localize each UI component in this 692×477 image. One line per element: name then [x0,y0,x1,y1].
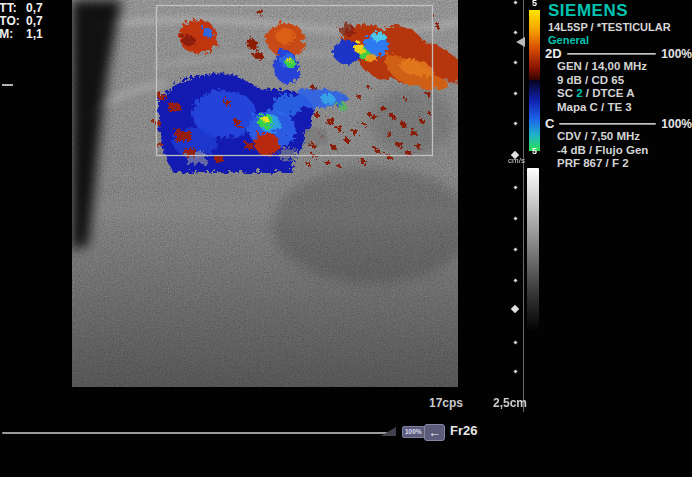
doppler-scale-positive [529,10,540,80]
acoustic-indices: ITT:0,7 ITO:0,7 IM:1,1 [0,2,43,41]
back-arrow-button[interactable]: ← [424,424,445,441]
color-scale-max: 5 [528,0,541,8]
param-color-prf: PRF 867 / F 2 [557,157,648,171]
mode-2d-params: GEN / 14,00 MHz 9 dB / CD 65 SC 2 / DTCE… [557,60,647,114]
depth-value: 2,5cm [493,396,527,410]
frame-rate: 17cps [429,396,463,410]
frame-number: Fr26 [450,423,477,438]
doppler-scale-negative [529,80,540,151]
ultrasound-image[interactable] [72,0,458,387]
param-color-db: -4 dB / Flujo Gen [557,144,648,158]
grayscale-bar [527,168,539,332]
ultrasound-screen: ITT:0,7 ITO:0,7 IM:1,1 [0,0,692,477]
depth-tick [513,185,517,189]
mode-2d-gain: 100% [661,47,692,61]
depth-tick [513,0,517,4]
param-2d-freq: GEN / 14,00 MHz [557,60,647,74]
depth-ruler-line [523,0,524,412]
depth-tick [513,369,517,373]
mode-2d-row: 2D 100% [545,46,692,61]
depth-tick-major [511,305,519,313]
mode-color-row: C 100% [545,116,692,131]
index-im: IM:1,1 [0,28,43,41]
zoom-level-badge[interactable]: 100% [402,426,425,438]
depth-tick [513,60,517,64]
cine-bar[interactable] [2,432,390,434]
depth-tick [513,121,517,125]
depth-tick [513,340,517,344]
param-2d-sc: SC 2 / DTCE A [557,87,647,101]
mode-color-gain: 100% [661,117,692,131]
transducer-preset: 14L5SP / *TESTICULAR [548,21,671,33]
ultrasound-image-area[interactable] [72,0,458,387]
depth-tick [513,216,517,220]
left-arrow-icon: ← [428,426,441,439]
measure-dash [2,84,13,86]
mode-2d-gain-line [567,53,657,55]
brand-logo: SIEMENS [548,1,628,21]
param-2d-map: Mapa C / TE 3 [557,101,647,115]
color-scale-min: 5 [528,146,541,156]
color-scale-unit: cm/s [503,156,525,165]
mode-2d-label: 2D [545,46,562,61]
depth-tick [513,91,517,95]
depth-tick [513,278,517,282]
mode-color-gain-line [559,123,656,125]
mode-color-params: CDV / 7,50 MHz -4 dB / Flujo Gen PRF 867… [557,130,648,171]
depth-tick [513,30,517,34]
doppler-color-scale [529,10,540,151]
focus-marker-icon[interactable] [516,37,525,47]
depth-tick [513,247,517,251]
param-2d-db: 9 dB / CD 65 [557,74,647,88]
mode-color-label: C [545,116,554,131]
exam-preset: General [548,34,589,46]
param-color-freq: CDV / 7,50 MHz [557,130,648,144]
